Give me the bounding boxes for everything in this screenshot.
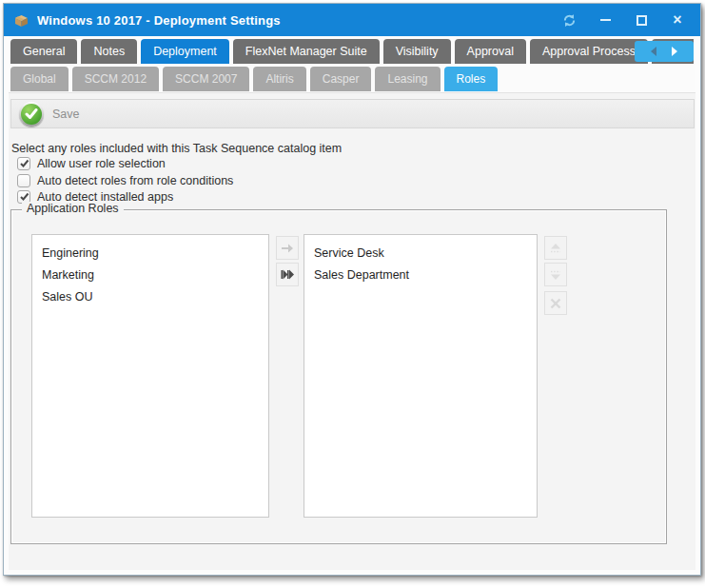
checkbox-auto-detect-roles[interactable]: Auto detect roles from role conditions [17, 173, 233, 188]
tab-scroll-control [635, 41, 694, 62]
list-item[interactable]: Sales Department [304, 265, 537, 286]
close-button[interactable]: × [670, 12, 685, 28]
list-item[interactable]: Sales OU [32, 286, 268, 308]
refresh-icon[interactable] [561, 12, 577, 28]
move-down-button[interactable] [544, 263, 567, 286]
move-all-right-icon [281, 269, 294, 280]
available-roles-list[interactable]: Enginering Marketing Sales OU [31, 234, 269, 518]
group-title: Application Roles [22, 202, 124, 215]
minimize-button[interactable] [597, 12, 613, 28]
tab-notes[interactable]: Notes [81, 39, 137, 64]
tab-sccm-2007[interactable]: SCCM 2007 [163, 67, 249, 91]
package-icon [13, 12, 29, 29]
secondary-tabstrip: Global SCCM 2012 SCCM 2007 Altiris Caspe… [10, 67, 694, 91]
tab-global[interactable]: Global [10, 67, 69, 91]
list-item[interactable]: Enginering [32, 243, 268, 265]
primary-tabstrip: General Notes Deployment FlexNet Manager… [10, 39, 694, 64]
move-up-icon [549, 243, 562, 254]
scroll-left-icon[interactable] [651, 47, 656, 56]
tab-general[interactable]: General [10, 39, 77, 64]
checkbox-allow-user-role-selection[interactable]: Allow user role selection [17, 156, 166, 171]
unchecked-checkbox-icon [17, 174, 30, 187]
tab-leasing[interactable]: Leasing [375, 67, 440, 91]
scroll-right-icon[interactable] [672, 47, 677, 56]
tab-area: General Notes Deployment FlexNet Manager… [9, 36, 695, 92]
list-item[interactable]: Service Desk [304, 243, 537, 265]
maximize-button[interactable] [634, 12, 649, 28]
tab-approval-process[interactable]: Approval Process [530, 39, 648, 64]
titlebar: Windows 10 2017 - Deployment Settings × [4, 4, 700, 36]
tab-casper[interactable]: Casper [310, 67, 372, 91]
checked-checkbox-icon [17, 157, 30, 170]
window-controls: × [561, 12, 685, 28]
move-right-icon [281, 244, 294, 253]
remove-x-icon [550, 298, 561, 309]
window-title: Windows 10 2017 - Deployment Settings [37, 13, 561, 28]
move-down-icon [549, 269, 562, 281]
assigned-roles-list[interactable]: Service Desk Sales Department [304, 234, 538, 518]
tab-approval[interactable]: Approval [455, 39, 526, 64]
deployment-settings-window: Windows 10 2017 - Deployment Settings × [3, 3, 701, 576]
save-toolbar: Save [10, 99, 695, 128]
instruction-text: Select any roles included with this Task… [11, 142, 342, 155]
tab-altiris[interactable]: Altiris [253, 67, 305, 91]
green-check-icon[interactable] [19, 102, 44, 127]
application-roles-group: Application Roles Enginering Marketing S… [10, 209, 667, 544]
roles-panel: Save Select any roles included with this… [9, 92, 695, 570]
tab-flexnet-manager-suite[interactable]: FlexNet Manager Suite [233, 39, 380, 64]
save-button[interactable]: Save [52, 108, 80, 121]
tab-roles[interactable]: Roles [444, 67, 499, 91]
list-item[interactable]: Marketing [32, 265, 268, 286]
tab-deployment[interactable]: Deployment [141, 39, 229, 64]
remove-button[interactable] [544, 291, 567, 315]
move-all-right-button[interactable] [276, 263, 299, 286]
move-right-button[interactable] [276, 236, 299, 260]
tab-visibility[interactable]: Visibility [383, 39, 451, 64]
move-up-button[interactable] [544, 236, 567, 260]
tab-sccm-2012[interactable]: SCCM 2012 [72, 67, 159, 91]
screen: Windows 10 2017 - Deployment Settings × [0, 0, 705, 588]
